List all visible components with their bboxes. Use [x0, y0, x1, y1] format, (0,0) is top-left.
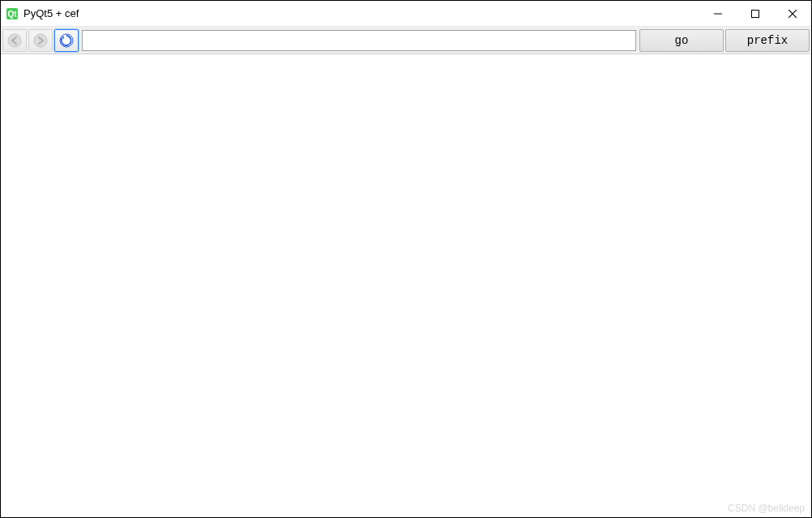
window-controls	[699, 1, 811, 26]
titlebar: Qt PyQt5 + cef	[1, 1, 811, 27]
browser-content-area: CSDN @belldeep	[1, 54, 811, 517]
svg-point-7	[34, 34, 47, 47]
application-window: Qt PyQt5 + cef	[0, 0, 812, 518]
go-button[interactable]: go	[639, 29, 724, 52]
back-arrow-icon	[6, 32, 23, 49]
maximize-button[interactable]	[737, 1, 774, 26]
forward-arrow-icon	[32, 32, 49, 49]
prefix-button[interactable]: prefix	[725, 29, 810, 52]
window-title: PyQt5 + cef	[24, 7, 699, 19]
back-button[interactable]	[2, 29, 27, 52]
watermark-text: CSDN @belldeep	[728, 503, 805, 514]
url-input[interactable]	[82, 30, 636, 51]
close-button[interactable]	[774, 1, 811, 26]
reload-button[interactable]	[54, 29, 79, 52]
qt-app-icon: Qt	[6, 7, 19, 20]
minimize-button[interactable]	[699, 1, 737, 26]
svg-text:Qt: Qt	[7, 10, 17, 19]
svg-point-6	[8, 34, 21, 47]
reload-icon	[58, 32, 75, 49]
svg-rect-3	[752, 10, 759, 17]
toolbar: go prefix	[1, 27, 811, 54]
forward-button[interactable]	[28, 29, 53, 52]
